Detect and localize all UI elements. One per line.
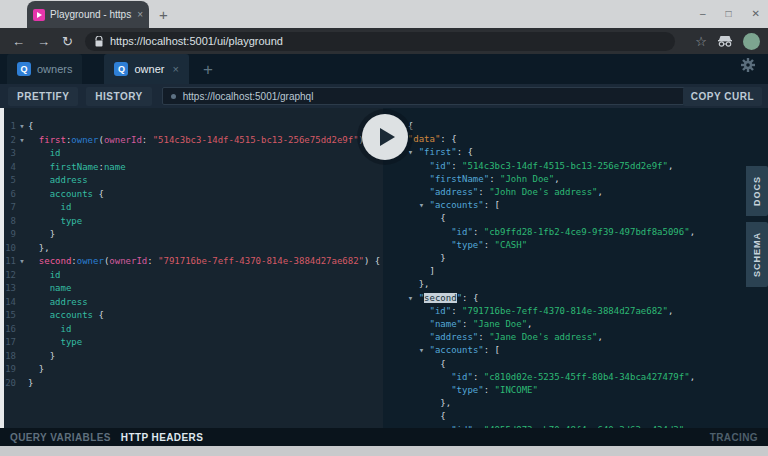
lock-icon <box>95 36 103 47</box>
code-line: 1▾{ <box>0 120 383 134</box>
editor-area: 1▾{2▾ first:owner(ownerId: "514c3bc3-14d… <box>0 108 768 428</box>
code-line: 17 type <box>0 336 383 350</box>
code-line: ▾ { <box>397 120 768 133</box>
bottom-bar: QUERY VARIABLES HTTP HEADERS TRACING <box>0 428 768 446</box>
code-line: ▾ "data": { <box>397 133 768 146</box>
address-bar[interactable]: https://localhost:5001/ui/playground <box>85 32 675 51</box>
code-line: 2▾ first:owner(ownerId: "514c3bc3-14df-4… <box>0 134 383 148</box>
query-badge-icon: Q <box>17 62 31 76</box>
code-line: "id": "514c3bc3-14df-4515-bc13-256e75dd2… <box>397 160 768 173</box>
code-line: "address": "John Doe's address", <box>397 186 768 199</box>
code-line: "name": "Jane Doe", <box>397 318 768 331</box>
code-line: ▾ "accounts": [ <box>397 344 768 357</box>
back-icon[interactable]: ← <box>12 34 25 49</box>
code-line: 7 id <box>0 201 383 215</box>
code-line: 13 name <box>0 282 383 296</box>
bookmark-star-icon[interactable]: ☆ <box>695 34 707 49</box>
window-minimize-icon[interactable]: – <box>700 8 706 19</box>
code-line: 5 address <box>0 174 383 188</box>
code-line: 9 } <box>0 228 383 242</box>
browser-tab-strip: Playground - https://localhost:50 × + – … <box>0 0 768 28</box>
code-line: 11▾ second:owner(ownerId: "791716be-7eff… <box>0 255 383 269</box>
code-line: 14 address <box>0 296 383 310</box>
tab-close-icon[interactable]: × <box>172 63 178 75</box>
address-url[interactable]: https://localhost:5001/ui/playground <box>110 35 283 47</box>
code-line: ▾ "second": { <box>397 292 768 305</box>
refresh-icon[interactable]: ↻ <box>62 34 73 49</box>
playground-toolbar: PRETTIFY HISTORY https://localhost:5001/… <box>0 84 768 108</box>
tracing-tab[interactable]: TRACING <box>710 432 758 443</box>
history-button[interactable]: HISTORY <box>86 87 151 106</box>
code-line: 18 } <box>0 350 383 364</box>
window-maximize-icon[interactable]: □ <box>726 8 732 19</box>
window-controls: – □ ✕ <box>700 0 760 26</box>
code-line: ] <box>397 265 768 278</box>
playground-tab-label: owner <box>134 63 164 75</box>
query-variables-tab[interactable]: QUERY VARIABLES <box>10 432 111 443</box>
code-line: 16 id <box>0 323 383 337</box>
code-line: 6 accounts { <box>0 188 383 202</box>
copy-curl-button[interactable]: COPY CURL <box>683 87 762 106</box>
browser-tab-close-icon[interactable]: × <box>137 9 143 20</box>
browser-navbar: ← → ↻ https://localhost:5001/ui/playgrou… <box>0 28 768 54</box>
code-line: 19 } <box>0 363 383 377</box>
browser-tab-title: Playground - https://localhost:50 <box>50 9 132 20</box>
code-line: { <box>397 410 768 423</box>
code-line: "id": "791716be-7eff-4370-814e-3884d27ae… <box>397 305 768 318</box>
code-line: ▾ "accounts": [ <box>397 199 768 212</box>
playground-tab-bar: Q owners Q owner × + <box>0 54 768 84</box>
query-editor[interactable]: 1▾{2▾ first:owner(ownerId: "514c3bc3-14d… <box>0 108 383 428</box>
playground-tab-owner[interactable]: Q owner × <box>104 54 188 84</box>
window-close-icon[interactable]: ✕ <box>752 8 760 19</box>
browser-new-tab-button[interactable]: + <box>159 6 168 28</box>
code-line: "type": "INCOME" <box>397 384 768 397</box>
code-line: "address": "Jane Doe's address", <box>397 331 768 344</box>
endpoint-url[interactable]: https://localhost:5001/graphql <box>183 91 314 102</box>
execute-query-button[interactable] <box>362 114 408 160</box>
playground-favicon-icon <box>33 9 45 21</box>
code-line: }, <box>397 278 768 291</box>
code-line: 15 accounts { <box>0 309 383 323</box>
playground-tab-label: owners <box>37 63 72 75</box>
new-playground-tab-button[interactable]: + <box>203 60 213 84</box>
browser-tab[interactable]: Playground - https://localhost:50 × <box>27 1 149 28</box>
response-viewer: ▾ {▾ "data": { ▾ "first": { "id": "514c3… <box>383 108 768 428</box>
code-line: 12 id <box>0 269 383 283</box>
editor-scrollbar[interactable] <box>0 108 4 428</box>
code-line: "type": "CASH" <box>397 239 768 252</box>
play-icon <box>380 128 395 146</box>
page-bottom-strip <box>0 446 768 456</box>
code-line: } <box>397 252 768 265</box>
docs-side-tab[interactable]: DOCS <box>746 166 768 216</box>
endpoint-input[interactable]: https://localhost:5001/graphql <box>162 87 714 105</box>
code-line: 20} <box>0 377 383 391</box>
settings-gear-icon[interactable] <box>740 57 756 73</box>
incognito-icon[interactable] <box>717 35 733 47</box>
code-line: }, <box>397 397 768 410</box>
code-line: "id": "cb9ffd28-1fb2-4ce9-9f39-497bdf8a5… <box>397 226 768 239</box>
code-line: 4 firstName:name <box>0 161 383 175</box>
prettify-button[interactable]: PRETTIFY <box>8 87 78 106</box>
code-line: "firstName": "John Doe", <box>397 173 768 186</box>
forward-icon[interactable]: → <box>37 34 50 49</box>
code-line: 3 id <box>0 147 383 161</box>
query-badge-icon: Q <box>114 62 128 76</box>
code-line: 10 }, <box>0 242 383 256</box>
code-line: "id": "c810d02e-5235-45ff-80b4-34bca4274… <box>397 371 768 384</box>
code-line: { <box>397 358 768 371</box>
profile-avatar[interactable] <box>743 33 760 50</box>
http-headers-tab[interactable]: HTTP HEADERS <box>121 432 203 443</box>
code-line: 8 type <box>0 215 383 229</box>
endpoint-status-dot <box>171 94 176 99</box>
playground-tab-owners[interactable]: Q owners <box>7 54 82 84</box>
schema-side-tab[interactable]: SCHEMA <box>746 222 768 287</box>
code-line: ▾ "first": { <box>397 146 768 159</box>
code-line: { <box>397 212 768 225</box>
